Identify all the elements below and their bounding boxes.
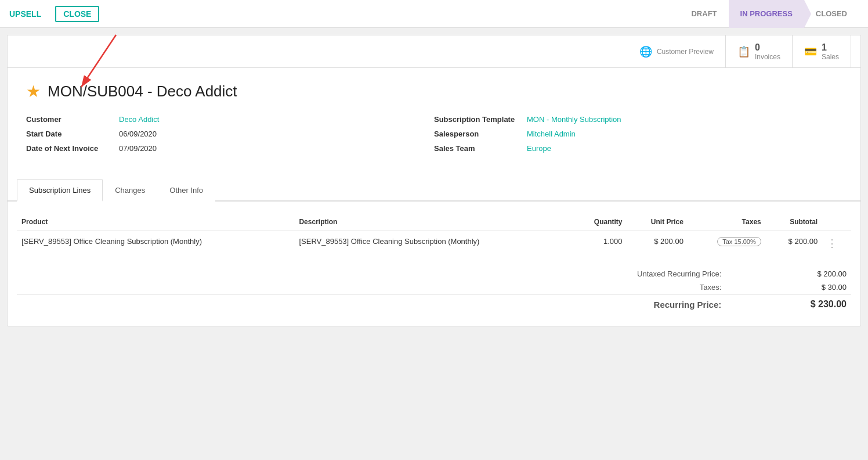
salesperson-row: Salesperson Mitchell Admin xyxy=(434,130,842,138)
next-invoice-value: 07/09/2020 xyxy=(119,144,157,153)
row-product: [SERV_89553] Office Cleaning Subscriptio… xyxy=(17,231,294,256)
start-date-row: Start Date 06/09/2020 xyxy=(26,130,434,138)
row-unit-price: $ 200.00 xyxy=(627,231,688,256)
status-in-progress[interactable]: IN PROGRESS xyxy=(729,0,804,28)
sales-button[interactable]: 💳 1 Sales xyxy=(793,35,851,68)
tax-badge: Tax 15.00% xyxy=(717,237,761,246)
globe-icon: 🌐 xyxy=(639,45,652,58)
record-title: ★ MON/SUB004 - Deco Addict xyxy=(26,82,842,101)
sales-team-row: Sales Team Europe xyxy=(434,144,842,153)
sales-team-value[interactable]: Europe xyxy=(527,144,551,153)
star-icon[interactable]: ★ xyxy=(26,82,41,101)
col-unit-price: Unit Price xyxy=(627,213,688,231)
invoice-icon: 📋 xyxy=(737,45,750,58)
invoices-label: Invoices xyxy=(755,53,780,61)
subscription-template-value[interactable]: MON - Monthly Subscription xyxy=(527,115,621,124)
salesperson-value[interactable]: Mitchell Admin xyxy=(527,130,576,138)
tab-subscription-lines[interactable]: Subscription Lines xyxy=(17,179,103,202)
taxes-row: Taxes: $ 30.00 xyxy=(17,281,851,294)
sales-team-label: Sales Team xyxy=(434,144,527,153)
sales-count: 1 xyxy=(822,42,839,53)
recurring-value: $ 230.00 xyxy=(726,294,851,312)
col-taxes: Taxes xyxy=(688,213,766,231)
customer-value[interactable]: Deco Addict xyxy=(119,115,159,124)
customer-row: Customer Deco Addict xyxy=(26,115,434,124)
row-description: [SERV_89553] Office Cleaning Subscriptio… xyxy=(294,231,572,256)
subscription-template-row: Subscription Template MON - Monthly Subs… xyxy=(434,115,842,124)
page-title: MON/SUB004 - Deco Addict xyxy=(48,82,237,100)
customer-preview-label: Customer Preview xyxy=(657,48,714,56)
totals-table: Untaxed Recurring Price: $ 200.00 Taxes:… xyxy=(17,267,851,312)
recurring-label: Recurring Price: xyxy=(518,294,726,312)
row-menu[interactable]: ⋮ xyxy=(822,231,851,256)
start-date-label: Start Date xyxy=(26,130,119,138)
row-taxes: Tax 15.00% xyxy=(688,231,766,256)
top-bar-left: UPSELL CLOSE xyxy=(9,6,99,22)
customer-preview-button[interactable]: 🌐 Customer Preview xyxy=(628,35,726,68)
form-col-left: Customer Deco Addict Start Date 06/09/20… xyxy=(26,115,434,159)
taxes-value: $ 30.00 xyxy=(726,281,851,294)
upsell-button[interactable]: UPSELL xyxy=(9,9,41,19)
col-subtotal: Subtotal xyxy=(766,213,822,231)
next-invoice-label: Date of Next Invoice xyxy=(26,144,119,153)
tab-changes[interactable]: Changes xyxy=(103,179,157,202)
sales-label: Sales xyxy=(822,53,839,61)
col-product: Product xyxy=(17,213,294,231)
status-bar: DRAFT IN PROGRESS CLOSED xyxy=(679,0,859,28)
untaxed-label: Untaxed Recurring Price: xyxy=(518,267,726,281)
untaxed-row: Untaxed Recurring Price: $ 200.00 xyxy=(17,267,851,281)
totals-section: Untaxed Recurring Price: $ 200.00 Taxes:… xyxy=(8,267,860,326)
table-section: Product Description Quantity Unit Price … xyxy=(8,202,860,267)
start-date-value: 06/09/2020 xyxy=(119,130,157,138)
table-row: [SERV_89553] Office Cleaning Subscriptio… xyxy=(17,231,851,256)
invoices-count: 0 xyxy=(755,42,780,53)
table-header-row: Product Description Quantity Unit Price … xyxy=(17,213,851,231)
tab-other-info[interactable]: Other Info xyxy=(157,179,215,202)
next-invoice-row: Date of Next Invoice 07/09/2020 xyxy=(26,144,434,153)
col-actions xyxy=(822,213,851,231)
sales-icon: 💳 xyxy=(804,45,817,58)
close-button[interactable]: CLOSE xyxy=(55,6,99,22)
salesperson-label: Salesperson xyxy=(434,130,527,138)
row-subtotal: $ 200.00 xyxy=(766,231,822,256)
form-col-right: Subscription Template MON - Monthly Subs… xyxy=(434,115,842,159)
untaxed-value: $ 200.00 xyxy=(726,267,851,281)
invoices-button[interactable]: 📋 0 Invoices xyxy=(726,35,793,68)
col-description: Description xyxy=(294,213,572,231)
row-menu-dots-icon[interactable]: ⋮ xyxy=(827,238,837,249)
form-grid: Customer Deco Addict Start Date 06/09/20… xyxy=(26,115,842,168)
subscription-template-label: Subscription Template xyxy=(434,115,527,124)
status-draft[interactable]: DRAFT xyxy=(679,0,728,28)
customer-label: Customer xyxy=(26,115,119,124)
smart-buttons-bar: 🌐 Customer Preview 📋 0 Invoices 💳 1 Sale… xyxy=(8,35,860,68)
record-header: ★ MON/SUB004 - Deco Addict Customer Deco… xyxy=(8,68,860,179)
recurring-price-row: Recurring Price: $ 230.00 xyxy=(17,294,851,312)
subscription-lines-table: Product Description Quantity Unit Price … xyxy=(17,213,851,256)
row-quantity: 1.000 xyxy=(572,231,627,256)
taxes-label: Taxes: xyxy=(518,281,726,294)
status-closed[interactable]: CLOSED xyxy=(804,0,859,28)
tabs: Subscription Lines Changes Other Info xyxy=(8,179,860,202)
top-bar: UPSELL CLOSE DRAFT IN PROGRESS CLOSED xyxy=(0,0,868,28)
main-content: 🌐 Customer Preview 📋 0 Invoices 💳 1 Sale… xyxy=(7,35,861,326)
col-quantity: Quantity xyxy=(572,213,627,231)
